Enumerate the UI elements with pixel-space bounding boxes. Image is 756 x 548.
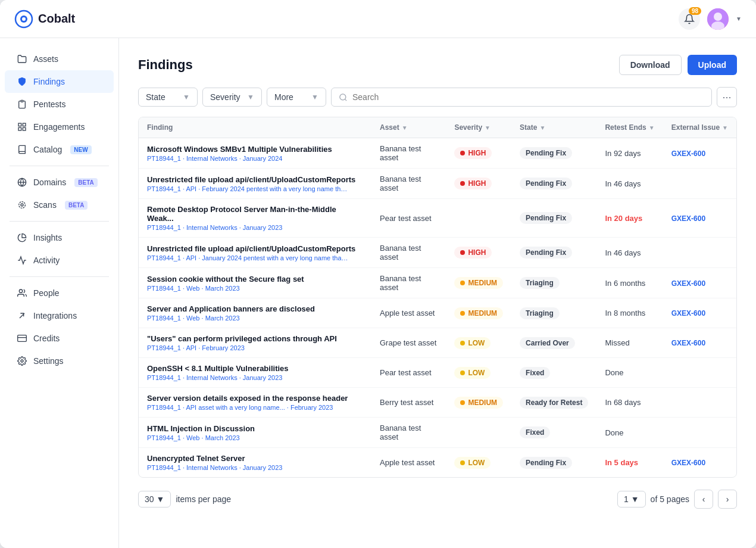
sidebar-divider-1 xyxy=(10,166,109,166)
retest-value: In 8 months xyxy=(605,309,645,317)
severity-dot xyxy=(460,281,465,285)
svg-point-15 xyxy=(19,289,22,292)
asset-name: Pear test asset xyxy=(380,368,432,377)
upload-button[interactable]: Upload xyxy=(688,55,737,75)
state-sort-icon[interactable]: ▼ xyxy=(539,124,545,131)
logo[interactable]: Cobalt xyxy=(14,10,75,29)
sidebar-item-activity[interactable]: Activity xyxy=(5,249,114,272)
retest-value: In 6 months xyxy=(605,279,645,288)
sidebar-label-findings: Findings xyxy=(33,77,65,86)
more-filter[interactable]: More ▼ xyxy=(267,88,326,107)
sidebar-label-catalog: Catalog xyxy=(33,145,62,154)
finding-cell: Server version details exposed in the re… xyxy=(139,388,371,418)
ext-issue-cell xyxy=(663,358,736,388)
asset-cell: Apple test asset xyxy=(371,448,446,478)
sidebar-item-settings[interactable]: Settings xyxy=(5,350,114,372)
gear-icon xyxy=(17,356,27,366)
retest-cell: In 68 days xyxy=(596,388,663,418)
severity-badge: LOW xyxy=(454,337,491,349)
sidebar-item-assets[interactable]: Assets xyxy=(5,48,114,70)
ellipsis-button[interactable]: ··· xyxy=(717,87,737,107)
page-number-select[interactable]: 1 ▼ xyxy=(617,491,646,507)
asset-sort-icon[interactable]: ▼ xyxy=(402,124,408,131)
finding-name[interactable]: "Users" can perform privileged actions t… xyxy=(147,334,363,343)
asset-cell: Grape test asset xyxy=(371,328,446,358)
items-per-page-label: items per page xyxy=(176,494,231,504)
severity-badge: LOW xyxy=(454,457,491,469)
severity-sort-icon[interactable]: ▼ xyxy=(485,124,491,131)
retest-sort-icon[interactable]: ▼ xyxy=(649,124,655,131)
finding-name[interactable]: HTML Injection in Discussion xyxy=(147,424,363,433)
sidebar-label-integrations: Integrations xyxy=(33,311,77,320)
asset-cell: Banana test asset xyxy=(371,268,446,298)
page-size-select[interactable]: 30 ▼ xyxy=(138,491,171,507)
sidebar-divider-3 xyxy=(10,276,109,277)
sidebar-item-domains[interactable]: Domains BETA xyxy=(5,171,114,194)
finding-name[interactable]: Server version details exposed in the re… xyxy=(147,394,363,403)
svg-point-18 xyxy=(21,360,23,362)
ext-issue-link[interactable]: GXEX-600 xyxy=(671,279,705,288)
finding-name[interactable]: Microsoft Windows SMBv1 Multiple Vulnera… xyxy=(147,145,363,154)
finding-cell: Unencrypted Telnet ServerPT18944_1 · Int… xyxy=(139,448,371,478)
page-num-chevron-icon: ▼ xyxy=(631,494,639,504)
state-badge: Ready for Retest xyxy=(520,397,588,409)
next-page-button[interactable]: › xyxy=(718,490,737,509)
ext-issue-link[interactable]: GXEX-600 xyxy=(671,150,705,158)
finding-name[interactable]: Remote Desktop Protocol Server Man-in-th… xyxy=(147,205,363,223)
finding-name[interactable]: Server and Application banners are discl… xyxy=(147,304,363,313)
retest-value: In 92 days xyxy=(605,149,641,158)
search-box[interactable] xyxy=(331,88,712,107)
avatar-chevron-icon[interactable]: ▼ xyxy=(736,15,742,22)
state-badge: Pending Fix xyxy=(520,178,572,189)
table-row: Unencrypted Telnet ServerPT18944_1 · Int… xyxy=(139,448,736,478)
search-input[interactable] xyxy=(352,92,704,102)
state-filter-chevron-icon: ▼ xyxy=(183,93,190,101)
severity-badge: MEDIUM xyxy=(454,277,503,289)
asset-cell: Apple test asset xyxy=(371,298,446,328)
finding-name[interactable]: Unencrypted Telnet Server xyxy=(147,454,363,463)
svg-point-14 xyxy=(19,202,26,208)
asset-cell: Pear test asset xyxy=(371,199,446,238)
ext-issue-link[interactable]: GXEX-600 xyxy=(671,309,705,317)
notification-button[interactable]: 98 xyxy=(679,8,700,30)
severity-cell: LOW xyxy=(446,448,511,478)
finding-name[interactable]: Session cookie without the Secure flag s… xyxy=(147,275,363,284)
finding-name[interactable]: Unrestricted file upload api/client/Uplo… xyxy=(147,244,363,253)
ext-issue-link[interactable]: GXEX-600 xyxy=(671,459,705,467)
severity-filter-chevron-icon: ▼ xyxy=(247,93,254,101)
asset-name: Apple test asset xyxy=(380,309,435,317)
table-row: Server and Application banners are discl… xyxy=(139,298,736,328)
state-badge: Pending Fix xyxy=(520,457,572,469)
sidebar-label-domains: Domains xyxy=(33,178,66,187)
table-row: Microsoft Windows SMBv1 Multiple Vulnera… xyxy=(139,138,736,169)
download-button[interactable]: Download xyxy=(619,55,682,75)
prev-page-button[interactable]: ‹ xyxy=(694,490,713,509)
header-actions: Download Upload xyxy=(619,55,737,75)
more-filter-label: More xyxy=(274,92,293,102)
sidebar-item-catalog[interactable]: Catalog NEW xyxy=(5,138,114,161)
sidebar-item-people[interactable]: People xyxy=(5,282,114,304)
severity-filter[interactable]: Severity ▼ xyxy=(202,88,262,107)
ext-issue-link[interactable]: GXEX-600 xyxy=(671,214,705,223)
retest-value: In 5 days xyxy=(605,458,638,467)
ext-issue-link[interactable]: GXEX-600 xyxy=(671,339,705,347)
finding-sub: PT18944_1 · Web · March 2023 xyxy=(147,285,349,292)
sidebar-item-credits[interactable]: Credits xyxy=(5,327,114,350)
sidebar-item-engagements[interactable]: Engagements xyxy=(5,116,114,138)
people-icon xyxy=(17,288,27,298)
finding-sub: PT18944_1 · API · January 2024 pentest w… xyxy=(147,254,349,261)
state-filter[interactable]: State ▼ xyxy=(138,88,198,107)
finding-name[interactable]: OpenSSH < 8.1 Multiple Vulnerabilities xyxy=(147,364,363,373)
retest-cell: In 20 days xyxy=(596,199,663,238)
folder-icon xyxy=(17,54,27,64)
sidebar-item-insights[interactable]: Insights xyxy=(5,226,114,249)
sidebar-item-pentests[interactable]: Pentests xyxy=(5,93,114,116)
avatar[interactable] xyxy=(707,8,729,30)
finding-name[interactable]: Unrestricted file upload api/client/Uplo… xyxy=(147,175,363,184)
sidebar-item-findings[interactable]: Findings xyxy=(5,70,114,93)
state-badge: Pending Fix xyxy=(520,147,572,159)
sidebar-item-scans[interactable]: Scans BETA xyxy=(5,194,114,216)
finding-sub: PT18944_1 · API · February 2024 pentest … xyxy=(147,185,349,192)
ext-sort-icon[interactable]: ▼ xyxy=(722,124,728,131)
sidebar-item-integrations[interactable]: Integrations xyxy=(5,304,114,327)
